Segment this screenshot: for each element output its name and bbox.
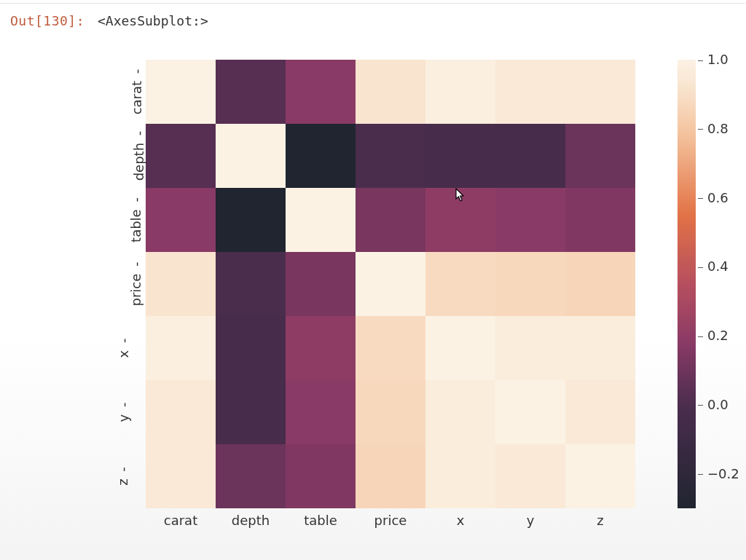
y-tick-label: y - bbox=[116, 403, 131, 422]
heatmap-cell bbox=[425, 252, 495, 316]
heatmap-cell bbox=[356, 188, 425, 252]
heatmap-cell bbox=[565, 316, 635, 380]
x-tick-label: price bbox=[356, 513, 425, 528]
colorbar-tick-label: 0.8 bbox=[698, 121, 729, 136]
y-tick-label: depth - bbox=[131, 131, 146, 181]
y-tick-label: z - bbox=[115, 467, 130, 486]
y-tick-label: x - bbox=[116, 339, 131, 358]
y-tick-label: table - bbox=[128, 197, 144, 242]
heatmap-cell bbox=[565, 188, 635, 252]
heatmap-cell bbox=[216, 188, 286, 252]
heatmap-cell bbox=[356, 380, 425, 444]
x-tick-label: carat bbox=[146, 513, 216, 528]
heatmap-grid bbox=[146, 60, 635, 508]
heatmap-cell bbox=[565, 124, 635, 188]
heatmap-cell bbox=[146, 60, 216, 124]
heatmap-cell bbox=[216, 252, 286, 316]
heatmap-cell bbox=[425, 188, 495, 252]
colorbar-tick-label: 0.2 bbox=[698, 328, 729, 343]
heatmap-cell bbox=[495, 380, 565, 444]
heatmap-cell bbox=[286, 444, 356, 508]
heatmap-cell bbox=[216, 316, 286, 380]
heatmap-cell bbox=[495, 252, 565, 316]
heatmap-cell bbox=[286, 252, 356, 316]
colorbar-tick-label: 1.0 bbox=[698, 52, 729, 67]
heatmap-cell bbox=[356, 444, 425, 508]
heatmap-cell bbox=[495, 444, 565, 508]
colorbar-tick-label: 0.4 bbox=[698, 259, 729, 274]
output-repr-text: <AxesSubplot:> bbox=[98, 13, 208, 28]
output-prompt: Out[130]: bbox=[10, 13, 85, 28]
heatmap-cell bbox=[565, 252, 635, 316]
heatmap-cell bbox=[495, 316, 565, 380]
heatmap-cell bbox=[286, 60, 356, 124]
heatmap-cell bbox=[565, 444, 635, 508]
x-tick-label: table bbox=[286, 513, 356, 528]
heatmap-cell bbox=[146, 252, 216, 316]
heatmap-cell bbox=[146, 444, 216, 508]
y-tick-label: price - bbox=[128, 261, 144, 306]
heatmap-cell bbox=[286, 188, 356, 252]
heatmap-cell bbox=[425, 316, 495, 380]
heatmap-cell bbox=[216, 380, 286, 444]
heatmap-cell bbox=[425, 124, 495, 188]
heatmap-cell bbox=[146, 316, 216, 380]
heatmap-cell bbox=[146, 124, 216, 188]
y-tick-label: carat - bbox=[129, 69, 144, 115]
x-tick-label: y bbox=[495, 513, 565, 528]
heatmap-cell bbox=[216, 444, 286, 508]
heatmap-cell bbox=[425, 60, 495, 124]
heatmap-cell bbox=[495, 124, 565, 188]
heatmap-plot: carat -depth -table -price -x -y -z - ca… bbox=[109, 60, 729, 540]
heatmap-cell bbox=[565, 380, 635, 444]
x-tick-label: x bbox=[425, 513, 495, 528]
colorbar-tick-label: 0.6 bbox=[698, 190, 729, 205]
heatmap-cell bbox=[425, 380, 495, 444]
heatmap-cell bbox=[216, 60, 286, 124]
heatmap-cell bbox=[495, 188, 565, 252]
cell-divider bbox=[0, 3, 746, 4]
heatmap-cell bbox=[286, 380, 356, 444]
heatmap-cell bbox=[565, 60, 635, 124]
heatmap-cell bbox=[146, 188, 216, 252]
heatmap-cell bbox=[286, 316, 356, 380]
heatmap-cell bbox=[356, 60, 425, 124]
heatmap-cell bbox=[425, 444, 495, 508]
colorbar-gradient bbox=[678, 60, 696, 508]
x-tick-label: z bbox=[565, 513, 635, 528]
heatmap-cell bbox=[356, 124, 425, 188]
heatmap-cell bbox=[146, 380, 216, 444]
colorbar-tick-label: 0.0 bbox=[698, 397, 729, 412]
heatmap-cell bbox=[356, 252, 425, 316]
colorbar-tick-label: −0.2 bbox=[698, 466, 739, 481]
heatmap-cell bbox=[495, 60, 565, 124]
heatmap-cell bbox=[286, 124, 356, 188]
colorbar: −0.20.00.20.40.60.81.0 bbox=[664, 60, 729, 508]
heatmap-cell bbox=[216, 124, 286, 188]
heatmap-cell bbox=[356, 316, 425, 380]
x-tick-label: depth bbox=[216, 513, 286, 528]
